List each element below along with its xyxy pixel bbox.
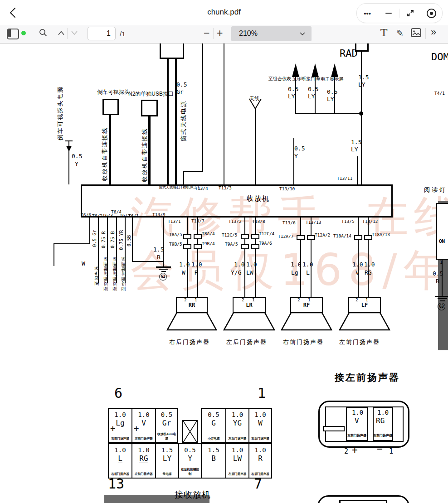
speaker-box-lf: LF <box>348 297 381 313</box>
diagram-label: T12A/2 <box>315 233 330 237</box>
diagram-label: 0.5 Gr <box>92 230 97 247</box>
diagram-label: 0.5B <box>127 235 131 247</box>
next-page-icon[interactable] <box>71 30 78 36</box>
diagram-label: T13/8 <box>252 219 265 224</box>
wire-line <box>163 218 164 262</box>
diagram-label: LY <box>288 93 295 99</box>
diagram-label: 左前门扬声器 <box>347 434 366 437</box>
diagram-label: T9B/4 <box>202 242 215 246</box>
pin-cell: 1.5LY常电源 <box>155 443 178 479</box>
speaker-pin-number: 2 <box>242 298 244 302</box>
pin-cell: 1.0R右后门扬声器 <box>248 443 272 479</box>
watermark-line2: 会员仅168/年 <box>131 248 448 292</box>
wire-line <box>334 76 335 114</box>
dots-icon: ••• <box>364 10 371 17</box>
wire-line <box>109 115 111 184</box>
record-button[interactable] <box>421 4 442 23</box>
diagram-label: 至电子显示屏 <box>316 77 343 82</box>
previous-page-icon[interactable] <box>58 30 65 36</box>
diagram-label: LY <box>351 146 358 152</box>
status-green-dot <box>20 30 27 36</box>
diagram-label: 1.0 <box>191 261 202 267</box>
diagram-label: T13/5 <box>341 219 355 224</box>
diagram-label: 至空调控制面板 <box>113 256 117 291</box>
speaker-pin-number: 1 <box>195 298 197 302</box>
zoom-out-button[interactable]: − <box>204 28 209 39</box>
wire-line <box>300 218 301 297</box>
speaker-pin-number: 2 <box>355 298 358 302</box>
diagram-label: 2 <box>344 448 348 455</box>
wire-line <box>295 76 296 114</box>
diagram-label: T9A/6 <box>259 241 272 246</box>
zoom-select[interactable]: 210% <box>231 26 312 41</box>
diagram-label: W <box>182 270 185 276</box>
speaker-name: 右前门扬声器 <box>283 339 324 345</box>
pencil-tool-icon[interactable]: ✎ <box>396 28 404 39</box>
page-input[interactable] <box>88 27 116 40</box>
inline-connector <box>183 244 191 249</box>
speaker-pin-number: 2 <box>297 298 300 302</box>
image-tool-icon[interactable] <box>411 28 421 37</box>
diagram-label: RG <box>365 270 372 276</box>
pin-cell: 1.0LW左后门扬声器 <box>225 443 248 479</box>
diagram-label: 至空调控制面板 <box>122 256 126 291</box>
text-tool-icon[interactable]: T <box>380 27 387 39</box>
pdf-page[interactable]: 汽修帮手 在线 会员仅168/年 <box>0 43 448 503</box>
pin-cell: 0.5Y收放机按键控制 <box>178 443 201 479</box>
more-options-button[interactable]: ••• <box>357 4 378 23</box>
diagram-label: Lg <box>291 270 298 276</box>
wire-line <box>132 261 164 262</box>
diagram-label: LY <box>358 82 365 87</box>
zoom-in-button[interactable]: + <box>217 28 223 39</box>
wire-line <box>438 298 447 299</box>
diagram-label: 7 <box>254 477 262 491</box>
diagram-label: 1.0 <box>234 261 244 267</box>
speaker-box-lr: LR <box>233 297 266 313</box>
speaker-pin-number: 1 <box>252 298 255 302</box>
pin-cell: 1.0V+左前门扬声器 <box>131 408 155 443</box>
pin-cell: 1.0L右前门扬声器 <box>108 443 131 479</box>
speaker-pin-number: 1 <box>365 298 368 302</box>
diagram-label: 倒车可视探头 <box>97 89 130 95</box>
diagram-label: 1.0 <box>246 261 257 267</box>
wire-line <box>442 260 443 296</box>
diagram-label: T8A/5 <box>169 232 182 237</box>
speaker-box-rf: RF <box>290 297 323 313</box>
diagram-label: 至空调控制面板 <box>104 256 108 291</box>
diagram-label: 0.5 <box>176 82 187 87</box>
diagram-label: T13/9 <box>152 213 166 217</box>
diagram-label: 0.5 <box>294 145 305 151</box>
speaker-name: 右后门扬声器 <box>169 339 210 345</box>
inline-connector <box>364 235 372 240</box>
wire-line <box>161 271 166 272</box>
resize-button[interactable] <box>400 4 421 23</box>
divider <box>67 28 68 39</box>
diagram-label: L <box>306 270 310 276</box>
diagram-label: T13/13 <box>306 220 321 225</box>
minimize-button[interactable] <box>378 4 399 23</box>
wire-line <box>187 218 188 297</box>
inline-connector <box>241 234 249 239</box>
diagram-label: ON <box>439 239 445 244</box>
diagram-label: 收放机自带连接线 <box>141 128 147 182</box>
diagram-label: + <box>352 445 358 455</box>
speaker-pin-number: 1 <box>308 298 311 302</box>
wire-line <box>175 59 177 184</box>
diagram-label: T18A/13 <box>372 232 390 237</box>
diagram-label: 收放机 <box>247 195 270 202</box>
diagram-label: RAD <box>340 48 358 58</box>
divider <box>425 28 426 39</box>
reverse-camera-box <box>102 99 119 115</box>
diagram-label: 0.5 <box>288 86 298 92</box>
speaker-name: 左后门扬声器 <box>226 339 267 345</box>
wire-line <box>89 218 90 244</box>
diagram-label: 至闪光器 <box>95 266 99 285</box>
more-tools-icon[interactable]: » <box>431 27 436 37</box>
sidebar-toggle-icon[interactable] <box>7 29 19 39</box>
wire-line <box>159 269 168 270</box>
zoom-level: 210% <box>239 29 258 38</box>
inline-connector <box>194 244 202 249</box>
inline-connector <box>194 234 202 239</box>
window-controls: ••• <box>356 3 443 23</box>
search-icon[interactable] <box>39 28 48 38</box>
